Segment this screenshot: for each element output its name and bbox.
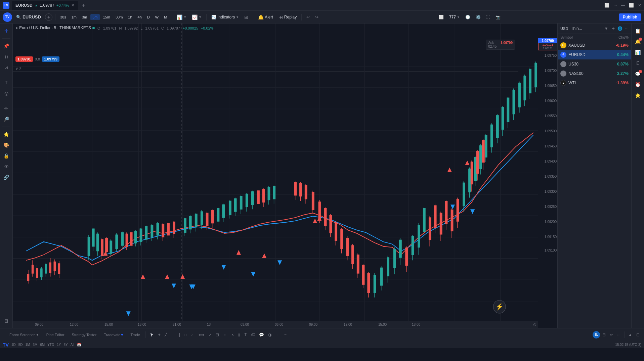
pine-editor-tab[interactable]: Pine Editor bbox=[43, 331, 68, 338]
notification-btn[interactable]: 🔔 1 bbox=[633, 37, 643, 46]
text-tool-bottom[interactable]: T bbox=[243, 331, 248, 339]
win-minimize-btn[interactable]: — bbox=[621, 3, 625, 8]
alert-btn[interactable]: 🔔 Alert bbox=[256, 13, 275, 21]
collapse-bottom-btn[interactable]: ▲ bbox=[627, 331, 634, 339]
tf-m[interactable]: M bbox=[162, 14, 169, 20]
date-range-icon[interactable]: 📅 bbox=[77, 343, 81, 347]
tf-5m[interactable]: 5m bbox=[90, 14, 99, 20]
candlestick-chart[interactable]: ⚡ bbox=[13, 24, 538, 321]
arrow-tool[interactable]: ↗ bbox=[207, 331, 213, 339]
rect-tool[interactable]: □ bbox=[182, 331, 188, 339]
chat-btn[interactable]: 💬 1 bbox=[633, 69, 643, 79]
sidebar-shapes-btn[interactable]: ◎ bbox=[2, 89, 11, 98]
range-1y[interactable]: 1Y bbox=[57, 343, 61, 347]
settings-btn[interactable]: ⚙️ bbox=[474, 13, 483, 21]
save-count-btn[interactable]: 777 ▼ bbox=[447, 13, 462, 21]
bottom-edit-btn[interactable]: ✏ bbox=[608, 331, 615, 339]
clock-btn[interactable]: 🕐 bbox=[463, 13, 472, 21]
bottom-user-btn[interactable]: E. bbox=[593, 331, 600, 339]
tf-15m[interactable]: 15m bbox=[101, 14, 112, 20]
watch-item-nas100[interactable]: NAS100 2.27% bbox=[558, 69, 631, 78]
sidebar-crosshair-btn[interactable]: ✛ bbox=[2, 26, 11, 36]
measure-tool[interactable]: ↔ bbox=[221, 331, 229, 339]
sidebar-magnet-btn[interactable]: 🔗 bbox=[2, 173, 11, 182]
undo-btn[interactable]: ↩ bbox=[304, 13, 312, 21]
range-1d[interactable]: 1D bbox=[11, 343, 16, 347]
tradovate-tab[interactable]: Tradovate bbox=[100, 331, 126, 338]
chart-area[interactable]: ● Euro / U.S. Dollar · 5 · THINKMARKETS … bbox=[13, 24, 538, 328]
win-close-btn[interactable]: ✕ bbox=[638, 3, 641, 8]
sidebar-trash-btn[interactable]: 🗑 bbox=[2, 316, 11, 325]
win-more-btn[interactable]: ··· bbox=[613, 3, 617, 8]
win-maximize-btn[interactable]: ⬜ bbox=[629, 3, 634, 8]
callout-tool[interactable]: 💬 bbox=[257, 331, 266, 339]
tf-4h[interactable]: 4h bbox=[136, 14, 144, 20]
sidebar-pencil-btn[interactable]: ✏ bbox=[2, 104, 11, 113]
tab-close[interactable]: ✕ bbox=[71, 3, 75, 8]
sidebar-themes-btn[interactable]: 🎨 bbox=[2, 140, 11, 150]
forex-screener-tab[interactable]: Forex Screener ▼ bbox=[6, 331, 42, 338]
watchlist-panel-btn[interactable]: ⭐ bbox=[633, 91, 643, 100]
zigzag-tool[interactable]: ∧ bbox=[229, 331, 236, 339]
tf-30m[interactable]: 30m bbox=[114, 14, 125, 20]
symbol-search[interactable]: 🔍 EURUSD bbox=[13, 13, 44, 20]
vertical-line-tool[interactable]: | bbox=[177, 331, 182, 339]
more-tools-btn[interactable]: ⋯ bbox=[282, 331, 289, 339]
tf-1m[interactable]: 1m bbox=[70, 14, 79, 20]
sidebar-text-btn[interactable]: T bbox=[2, 78, 11, 87]
price-range-tool[interactable]: ⊟ bbox=[214, 331, 221, 339]
tf-3m[interactable]: 3m bbox=[80, 14, 89, 20]
watch-item-xauusd[interactable]: Au XAUUSD -0.19% bbox=[558, 41, 631, 50]
sidebar-zoom-btn[interactable]: 🔎 bbox=[2, 115, 11, 124]
camera-btn[interactable]: 📷 bbox=[493, 13, 503, 21]
indicators-btn[interactable]: 📉 Indicators ▼ bbox=[209, 13, 241, 21]
range-5d[interactable]: 5D bbox=[18, 343, 23, 347]
red-price-input[interactable]: 1.09791 bbox=[15, 56, 33, 62]
sidebar-gann-btn[interactable]: ⊿ bbox=[2, 63, 11, 72]
range-1m[interactable]: 1M bbox=[25, 343, 30, 347]
crosshair-tool[interactable]: + bbox=[157, 331, 162, 339]
calendar-btn[interactable]: 🗓 bbox=[633, 58, 643, 68]
blue-price-input[interactable]: 1.09799 bbox=[42, 56, 59, 62]
tf-w[interactable]: W bbox=[153, 14, 161, 20]
tf-d[interactable]: D bbox=[145, 14, 152, 20]
ray-tool[interactable]: ⟋ bbox=[189, 331, 196, 339]
watchlist-more-btn[interactable]: ··· bbox=[625, 26, 629, 31]
arrow2-tool[interactable]: → bbox=[274, 331, 281, 339]
tv-logo-btn[interactable]: TV bbox=[3, 12, 12, 22]
panel-toggle-btn[interactable]: 📋 bbox=[633, 26, 643, 36]
horizontal-line-tool[interactable]: — bbox=[169, 331, 177, 339]
sidebar-favorites-btn[interactable]: ⭐ bbox=[2, 130, 11, 139]
extended-line-tool[interactable]: ⟺ bbox=[197, 331, 206, 339]
redo-btn[interactable]: ↪ bbox=[313, 13, 320, 21]
alerts-panel-btn[interactable]: ⏰ bbox=[633, 80, 643, 89]
watch-item-wti[interactable]: ● WTI -1.39% bbox=[558, 78, 631, 88]
bottom-grid-btn[interactable]: ⊞ bbox=[601, 331, 607, 339]
range-6m[interactable]: 6M bbox=[40, 343, 45, 347]
add-symbol-btn[interactable]: + bbox=[45, 13, 52, 21]
range-3m[interactable]: 3M bbox=[33, 343, 37, 347]
watchlist-add-btn[interactable]: + bbox=[612, 26, 615, 32]
range-5y[interactable]: 5Y bbox=[63, 343, 68, 347]
chart-type-btn[interactable]: 📊 ▼ bbox=[175, 13, 188, 21]
sidebar-trend-btn[interactable]: 📌 bbox=[2, 41, 11, 51]
win-tile-btn[interactable]: ⬜ bbox=[604, 3, 609, 8]
strategy-tester-tab[interactable]: Strategy Tester bbox=[69, 331, 100, 338]
fullscreen-expand-btn[interactable]: ⛶ bbox=[484, 13, 492, 21]
sidebar-lock-btn[interactable]: 🔒 bbox=[2, 151, 11, 161]
tf-30s[interactable]: 30s bbox=[58, 14, 68, 20]
globe-icon[interactable]: 🌐 bbox=[617, 26, 622, 31]
pointer-tool[interactable] bbox=[148, 331, 156, 339]
draw-indicator-label[interactable]: ∨ 2 bbox=[15, 66, 21, 71]
publish-button[interactable]: Publish bbox=[619, 13, 641, 21]
chevron-down-watch[interactable]: ▼ bbox=[604, 26, 608, 31]
chart-tab[interactable]: EURUSD ▲ 1.09787 +0.44% ✕ bbox=[12, 1, 78, 10]
watch-item-us30[interactable]: US30 0.87% bbox=[558, 59, 631, 69]
price-note-tool[interactable]: 🏷 bbox=[249, 331, 257, 339]
sidebar-visible-btn[interactable]: 👁 bbox=[2, 162, 11, 171]
replay-btn[interactable]: ⏮ Replay bbox=[276, 13, 299, 21]
add-tab-btn[interactable]: + bbox=[81, 1, 86, 10]
bottom-more-btn[interactable]: ··· bbox=[615, 331, 622, 339]
tf-1h[interactable]: 1h bbox=[126, 14, 134, 20]
balloon-tool[interactable]: ◑ bbox=[266, 331, 273, 339]
